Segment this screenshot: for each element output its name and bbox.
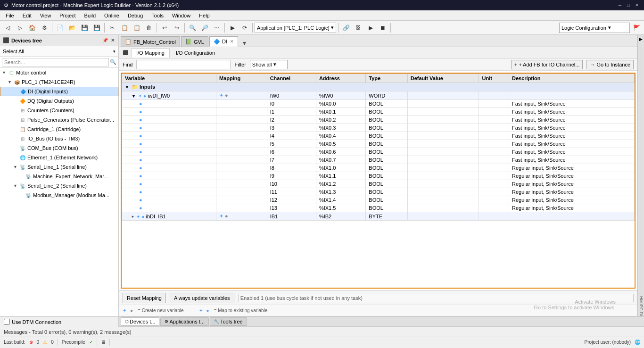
i11-address: %IX1.3 — [316, 188, 365, 196]
pin-button[interactable]: 📌 — [101, 37, 109, 44]
btn-cut[interactable]: ✂ — [107, 22, 118, 33]
btn-save-all[interactable]: 💾 — [91, 22, 102, 33]
config-dropdown[interactable]: Logic Configuration ▾ — [559, 23, 630, 33]
tree-item-serial2[interactable]: ▼ 📡 Serial_Line_2 (Serial line) — [0, 181, 118, 191]
expand-inputs-icon[interactable]: ▼ — [125, 85, 129, 90]
i7-type: BOOL — [366, 156, 407, 164]
btn-disconnect[interactable]: ⛓ — [353, 22, 364, 33]
i11-icon: ● — [139, 189, 142, 195]
expand-serial1-icon[interactable]: ▼ — [13, 165, 19, 169]
table-row: ● I9 %IX1.1 BOOL Regular input, Sink/Sou… — [122, 172, 635, 180]
tree-search-input[interactable] — [2, 58, 109, 66]
menu-help[interactable]: Help — [195, 12, 214, 19]
bottom-tab-tools[interactable]: 🔧 Tools tree — [210, 317, 247, 326]
btn-new[interactable]: 📄 — [54, 22, 66, 33]
dtm-checkbox[interactable] — [4, 319, 10, 325]
btn-copy[interactable]: 📋 — [119, 22, 130, 33]
bottom-tab-devices[interactable]: ⬡ Devices t... — [121, 317, 159, 326]
btn-home[interactable]: 🏠 — [26, 22, 38, 33]
sub-tab-io-config[interactable]: I/O Configuration — [171, 48, 220, 58]
find-label: Find — [123, 62, 132, 67]
tab-gvl[interactable]: 📗 GVL — [181, 36, 208, 47]
tree-item-machinenet[interactable]: 📡 Machine_Expert_Network_Mar... — [0, 172, 118, 181]
menu-tools[interactable]: Tools — [148, 12, 167, 19]
tree-item-modbus[interactable]: 📡 Modbus_Manager (Modbus Ma... — [0, 191, 118, 200]
tree-item-combus[interactable]: 📡 COM_Bus (COM bus) — [0, 143, 118, 153]
expand-ib1-icon[interactable]: + — [132, 215, 134, 219]
btn-open[interactable]: 📂 — [66, 22, 78, 33]
btn-undo[interactable]: ↩ — [159, 22, 170, 33]
tree-item-serial1[interactable]: ▼ 📡 Serial_Line_1 (Serial line) — [0, 162, 118, 172]
menu-build[interactable]: Build — [81, 12, 99, 19]
tree-item-pulse[interactable]: ⊞ Pulse_Generators (Pulse Generator... — [0, 115, 118, 124]
menu-debug[interactable]: Debug — [124, 12, 147, 19]
expand-plc1-icon[interactable]: ▼ — [8, 80, 13, 84]
combus-icon: 📡 — [19, 144, 26, 152]
find-input[interactable] — [136, 60, 231, 69]
iw0-mapping-icon: ✦ — [219, 92, 223, 98]
btn-forward[interactable]: ▷ — [14, 22, 25, 33]
collapse-arrow-icon[interactable]: ▶ — [639, 37, 643, 41]
close-button[interactable]: ✕ — [634, 2, 640, 8]
tree-item-di[interactable]: 🔷 DI (Digital Inputs) — [0, 87, 118, 96]
btn-delete[interactable]: 🗑 — [143, 22, 155, 33]
new-tab-button[interactable]: ▾ — [241, 39, 248, 47]
i5-channel: I5 — [267, 140, 316, 148]
btn-logout[interactable]: ⏹ — [377, 22, 388, 33]
bottom-tabs: ⬡ Devices t... ⚙ Applications t... 🔧 Too… — [119, 316, 644, 327]
section-inputs: ▼ 📁 Inputs — [122, 83, 635, 91]
iw0-default — [407, 91, 479, 100]
goto-instance-button[interactable]: → Go to Instance — [586, 60, 634, 69]
tree-item-dq[interactable]: 🔶 DQ (Digital Outputs) — [0, 96, 118, 106]
minimize-button[interactable]: ─ — [617, 2, 623, 8]
btn-back[interactable]: ◁ — [2, 22, 13, 33]
bottom-tab-applications[interactable]: ⚙ Applications t... — [160, 317, 209, 326]
tree-item-root[interactable]: ▼ ⬡ Motor control — [0, 68, 118, 77]
expand-serial2-icon[interactable]: ▼ — [13, 183, 19, 188]
menu-file[interactable]: File — [2, 12, 18, 19]
btn-more[interactable]: ⋯ — [211, 22, 223, 33]
btn-rebuild[interactable]: ⟳ — [239, 22, 250, 33]
right-panel: 📋 FB_Motor_Control 📗 GVL 🔷 DI ✕ ▾ ⬛ I/O … — [119, 35, 637, 316]
i10-type: BOOL — [366, 180, 407, 188]
search-icon[interactable]: 🔍 — [110, 59, 116, 65]
tree-item-iobus[interactable]: ⊞ IO_Bus (IO bus - TM3) — [0, 134, 118, 143]
btn-find[interactable]: 🔍 — [187, 22, 198, 33]
btn-connect[interactable]: 🔗 — [340, 22, 352, 33]
table-row: ● I12 %IX1.4 BOOL Regular input, Sink/So… — [122, 196, 635, 204]
sub-tab-io-mapping-label: I/O Mapping — [136, 50, 165, 56]
menu-view[interactable]: View — [36, 12, 55, 19]
btn-search[interactable]: 🔎 — [199, 22, 210, 33]
add-fb-button[interactable]: + + Add FB for IO Channel... — [511, 60, 583, 69]
close-panel-button[interactable]: ✕ — [110, 37, 116, 44]
btn-redo[interactable]: ↪ — [171, 22, 182, 33]
filter-dropdown-icon[interactable]: ▾ — [273, 61, 276, 67]
btn-build[interactable]: ▶ — [227, 22, 238, 33]
application-dropdown[interactable]: Application [PLC_1: PLC Logic] ▾ — [255, 23, 336, 33]
sub-tab-io-mapping[interactable]: I/O Mapping — [131, 48, 170, 58]
machinenet-icon: 📡 — [25, 173, 32, 180]
btn-flag[interactable]: 🚩 — [631, 22, 642, 33]
i8-icon: ● — [139, 165, 142, 171]
tab-di-close-icon[interactable]: ✕ — [230, 39, 234, 44]
expand-iw0-icon[interactable]: ▼ — [132, 94, 136, 99]
tab-fb-motor[interactable]: 📋 FB_Motor_Control — [121, 36, 180, 47]
update-variables-button[interactable]: Always update variables — [170, 293, 234, 303]
tree-item-counters[interactable]: ⊞ Counters (Counters) — [0, 106, 118, 115]
menu-edit[interactable]: Edit — [19, 12, 35, 19]
btn-settings[interactable]: ⚙ — [39, 22, 50, 33]
tab-di[interactable]: 🔷 DI ✕ — [209, 36, 238, 47]
menu-window[interactable]: Window — [168, 12, 194, 19]
btn-paste[interactable]: 📋 — [131, 22, 142, 33]
tree-item-plc1[interactable]: ▼ 📦 PLC_1 (TM241CE24R) — [0, 77, 118, 87]
menu-project[interactable]: Project — [56, 12, 79, 19]
tree-item-ethernet[interactable]: 🌐 Ethernet_1 (Ethernet Network) — [0, 153, 118, 162]
select-all-dropdown-icon[interactable]: ▾ — [113, 49, 116, 54]
tree-item-cartridge[interactable]: 📋 Cartridge_1 (Cartridge) — [0, 124, 118, 134]
maximize-button[interactable]: □ — [625, 2, 632, 8]
btn-save[interactable]: 💾 — [79, 22, 90, 33]
reset-mapping-button[interactable]: Reset Mapping — [123, 293, 166, 303]
menu-online[interactable]: Online — [100, 12, 123, 19]
expand-root-icon[interactable]: ▼ — [2, 70, 8, 75]
btn-login[interactable]: ▶ — [365, 22, 376, 33]
